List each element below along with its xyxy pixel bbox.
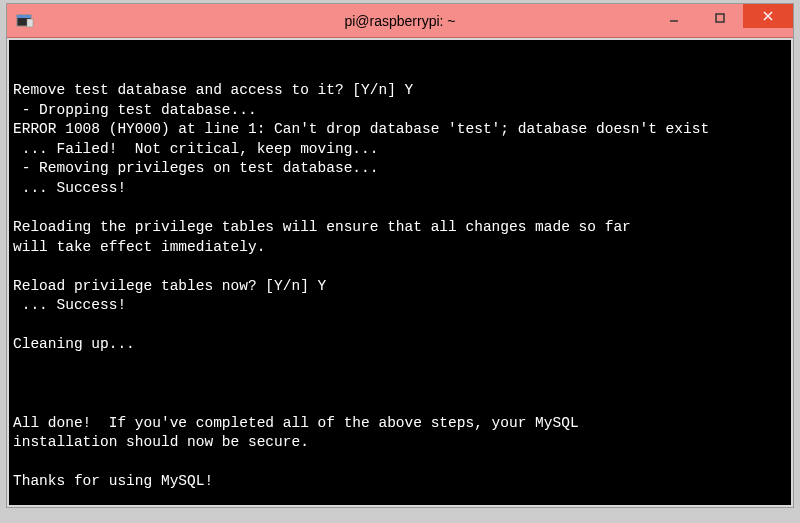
terminal-window: pi@raspberrypi: ~ Remove test database a…: [6, 3, 794, 508]
terminal-line: [13, 492, 787, 507]
maximize-button[interactable]: [697, 4, 743, 32]
terminal-line: Reload privilege tables now? [Y/n] Y: [13, 277, 787, 297]
terminal-line: [13, 257, 787, 277]
terminal-line: All done! If you've completed all of the…: [13, 414, 787, 434]
terminal-line: Thanks for using MySQL!: [13, 472, 787, 492]
terminal-line: [13, 316, 787, 336]
close-button[interactable]: [743, 4, 793, 28]
terminal-line: [13, 355, 787, 375]
terminal-line: ... Success!: [13, 296, 787, 316]
terminal-output: Remove test database and access to it? […: [13, 81, 787, 507]
terminal-line: Reloading the privilege tables will ensu…: [13, 218, 787, 238]
svg-rect-4: [716, 14, 724, 22]
terminal-line: ... Failed! Not critical, keep moving...: [13, 140, 787, 160]
terminal-line: Cleaning up...: [13, 335, 787, 355]
terminal-line: - Dropping test database...: [13, 101, 787, 121]
window-title: pi@raspberrypi: ~: [344, 13, 455, 29]
terminal-line: installation should now be secure.: [13, 433, 787, 453]
app-icon: [15, 11, 35, 31]
terminal-line: [13, 394, 787, 414]
terminal-content[interactable]: Remove test database and access to it? […: [7, 38, 793, 507]
window-controls: [651, 4, 793, 37]
terminal-line: ERROR 1008 (HY000) at line 1: Can't drop…: [13, 120, 787, 140]
svg-rect-2: [27, 19, 33, 27]
terminal-line: [13, 453, 787, 473]
svg-rect-1: [17, 15, 31, 18]
terminal-line: will take effect immediately.: [13, 238, 787, 258]
terminal-line: [13, 199, 787, 219]
terminal-line: - Removing privileges on test database..…: [13, 159, 787, 179]
terminal-line: [13, 375, 787, 395]
minimize-button[interactable]: [651, 4, 697, 32]
terminal-line: ... Success!: [13, 179, 787, 199]
titlebar: pi@raspberrypi: ~: [7, 4, 793, 38]
terminal-line: Remove test database and access to it? […: [13, 81, 787, 101]
